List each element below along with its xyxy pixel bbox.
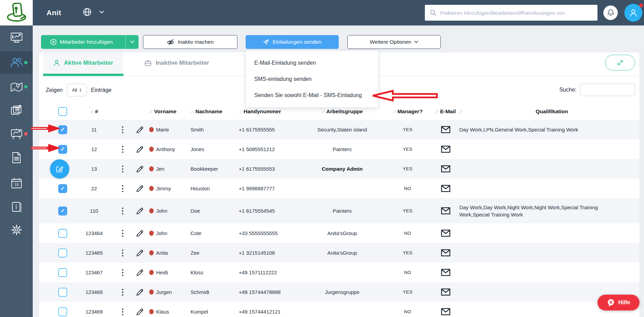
- sidebar-item-einstellungen[interactable]: [0, 219, 33, 241]
- kebab-menu-icon[interactable]: [122, 166, 123, 172]
- sidebar-item-standorte[interactable]: [0, 76, 33, 98]
- sort-icon[interactable]: ↓↑: [239, 109, 242, 114]
- globe-icon[interactable]: [83, 8, 92, 17]
- sort-icon[interactable]: ↓↑: [392, 109, 395, 114]
- email-icon[interactable]: [441, 165, 450, 172]
- edit-pencil-icon[interactable]: [136, 308, 144, 316]
- page-size-select[interactable]: All ▲▼: [67, 84, 87, 96]
- documents-icon: [11, 152, 22, 163]
- email-icon[interactable]: [441, 207, 450, 214]
- edit-pencil-icon[interactable]: [136, 126, 144, 134]
- manager-flag: YES: [384, 166, 432, 171]
- add-employee-dropdown-toggle[interactable]: [125, 35, 139, 49]
- edit-pencil-icon[interactable]: [136, 288, 144, 296]
- row-checkbox[interactable]: [58, 307, 67, 316]
- bell-icon: [607, 9, 614, 17]
- email-icon[interactable]: [441, 249, 450, 256]
- employee-id: 110: [73, 208, 115, 214]
- email-icon[interactable]: [441, 146, 450, 153]
- kebab-menu-icon[interactable]: [122, 308, 123, 315]
- manager-flag: YES: [384, 147, 432, 152]
- chevron-down-icon[interactable]: [99, 11, 104, 14]
- email-icon[interactable]: [441, 230, 450, 237]
- app-logo[interactable]: [0, 0, 33, 25]
- edit-pencil-icon[interactable]: [136, 207, 144, 215]
- tab-inaktive-mitarbeiter[interactable]: Inaktive Mitarbeiter: [138, 52, 216, 74]
- kebab-menu-icon[interactable]: [122, 269, 123, 276]
- row-checkbox[interactable]: [58, 268, 67, 277]
- more-options-button[interactable]: Weitere Optionen: [347, 35, 441, 49]
- send-invitations-button[interactable]: Einladungen senden: [246, 35, 339, 49]
- edit-pencil-icon[interactable]: [136, 145, 144, 154]
- row-checkbox[interactable]: [58, 207, 67, 215]
- make-inactive-button[interactable]: Inaktiv machen: [143, 35, 237, 49]
- column-header-id[interactable]: ↓↑#: [73, 108, 115, 115]
- phone-number: +49 1571112222: [239, 270, 301, 275]
- sidebar-item-berichte[interactable]: [0, 123, 33, 145]
- edit-pencil-icon[interactable]: [136, 249, 144, 257]
- sort-icon[interactable]: ↓↑: [321, 109, 324, 114]
- table-search-input[interactable]: [580, 84, 635, 96]
- menu-item-email-sms-invitation[interactable]: Senden Sie sowohl E-Mail - SMS-Einladung: [246, 87, 378, 103]
- kebab-menu-icon[interactable]: [122, 250, 123, 256]
- edit-pencil-icon[interactable]: [136, 229, 144, 237]
- search-input[interactable]: [440, 10, 593, 16]
- select-all-checkbox[interactable]: [58, 107, 67, 116]
- sort-icon[interactable]: ↓↑: [435, 109, 438, 114]
- sidebar-item-dokumente[interactable]: [0, 147, 33, 169]
- status-dot-icon: [149, 147, 154, 152]
- sidebar-green-dot-standorte: [24, 85, 28, 88]
- row-checkbox[interactable]: [58, 288, 67, 297]
- sidebar-item-kalender[interactable]: 15: [0, 172, 33, 194]
- menu-item-sms-invitation[interactable]: SMS-einladung senden: [246, 71, 378, 87]
- edit-pencil-icon[interactable]: [136, 165, 144, 173]
- row-checkbox[interactable]: [58, 145, 67, 154]
- sidebar-item-info[interactable]: [0, 196, 33, 218]
- notifications-button[interactable]: [603, 6, 618, 20]
- sidebar-item-planung[interactable]: [0, 99, 33, 121]
- column-header-vorname[interactable]: ↓↑Vorname: [149, 108, 191, 115]
- kebab-menu-icon[interactable]: [122, 230, 123, 237]
- kebab-menu-icon[interactable]: [122, 185, 123, 192]
- column-header-qualifikation[interactable]: ↓↑Qualifikation: [459, 108, 640, 115]
- row-checkbox[interactable]: [58, 229, 67, 238]
- employee-id: 11: [73, 127, 115, 133]
- edit-pencil-icon[interactable]: [136, 184, 144, 193]
- edit-fab-button[interactable]: [50, 159, 69, 179]
- column-header-manager[interactable]: ↓↑Manager?: [384, 108, 432, 115]
- email-icon[interactable]: [441, 288, 450, 296]
- status-dot-icon: [149, 289, 154, 295]
- row-checkbox[interactable]: [58, 184, 67, 193]
- workgroup: Security,Staten island: [301, 127, 384, 133]
- sort-icon[interactable]: ↓↑: [459, 109, 462, 114]
- row-checkbox[interactable]: [58, 249, 67, 257]
- column-header-handynummer[interactable]: ↓↑Handynummer: [239, 108, 301, 115]
- sidebar-item-dashboard[interactable]: [0, 27, 33, 49]
- last-name: Cote: [191, 230, 239, 236]
- add-employee-button[interactable]: Mitarbeiter hinzufügen: [41, 35, 122, 49]
- sort-icon[interactable]: ↓↑: [149, 109, 152, 114]
- row-checkbox[interactable]: [58, 125, 67, 134]
- email-icon[interactable]: [441, 185, 450, 192]
- sort-icon[interactable]: ↓↑: [90, 109, 93, 114]
- kebab-menu-icon[interactable]: [122, 146, 123, 153]
- menu-item-email-invitation[interactable]: E-Mail-Einladung senden: [246, 55, 378, 71]
- sidebar-item-mitarbeiter[interactable]: [0, 52, 33, 74]
- email-icon[interactable]: [441, 269, 450, 276]
- kebab-menu-icon[interactable]: [122, 208, 123, 214]
- last-name: Bookkeeper: [191, 166, 239, 172]
- phone-number: +1 3215145108: [239, 250, 301, 256]
- edit-pencil-icon[interactable]: [136, 268, 144, 277]
- column-header-arbeitsgruppe[interactable]: ↓↑Arbeitsgruppe: [301, 108, 384, 115]
- expand-table-button[interactable]: [605, 55, 635, 71]
- column-header-nachname[interactable]: ↓↑Nachname: [191, 108, 239, 115]
- email-icon[interactable]: [441, 126, 450, 133]
- kebab-menu-icon[interactable]: [122, 126, 123, 133]
- sort-icon[interactable]: ↓↑: [191, 109, 193, 114]
- email-icon[interactable]: [441, 308, 450, 315]
- column-header-email[interactable]: ↓↑E-Mail: [432, 108, 459, 115]
- status-dot-icon: [149, 127, 154, 132]
- tab-aktive-mitarbeiter[interactable]: Aktive Mitarbeiter: [43, 52, 123, 74]
- help-button[interactable]: Hilfe: [597, 295, 640, 310]
- kebab-menu-icon[interactable]: [122, 289, 123, 296]
